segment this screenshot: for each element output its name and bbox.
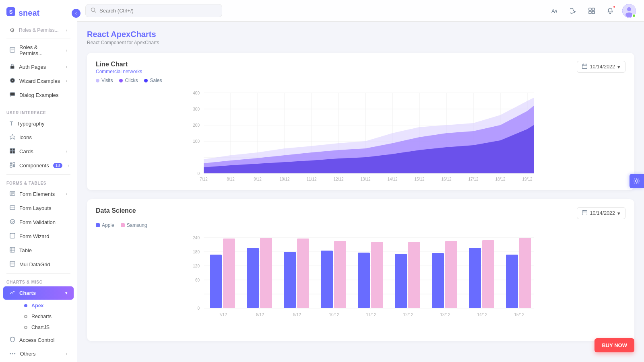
svg-text:0: 0 bbox=[197, 306, 200, 311]
legend-apple: Apple bbox=[96, 222, 114, 228]
sidebar-item-dialog[interactable]: Dialog Examples bbox=[3, 88, 74, 102]
svg-rect-12 bbox=[13, 148, 15, 151]
notification-badge bbox=[613, 5, 616, 8]
components-icon bbox=[10, 162, 15, 169]
user-avatar-wrapper[interactable] bbox=[622, 4, 636, 18]
brand-logo[interactable]: S sneat bbox=[0, 0, 77, 23]
svg-rect-39 bbox=[589, 8, 591, 10]
sidebar-item-charts[interactable]: Charts ▾ bbox=[3, 286, 74, 300]
search-box bbox=[85, 4, 222, 17]
sidebar-toggle-button[interactable]: ‹ bbox=[72, 9, 80, 18]
sidebar-item-label: Form Validation bbox=[19, 219, 56, 225]
inactive-dot bbox=[24, 315, 27, 318]
svg-text:11/12: 11/12 bbox=[366, 313, 376, 317]
svg-rect-106 bbox=[297, 239, 309, 308]
svg-text:13/12: 13/12 bbox=[440, 313, 450, 317]
sidebar-item-mui-datagrid[interactable]: Mui DataGrid bbox=[3, 258, 74, 271]
calendar-icon bbox=[582, 64, 587, 70]
sidebar-item-form-validation[interactable]: Form Validation bbox=[3, 216, 74, 229]
data-science-date-picker[interactable]: 10/14/2022 ▾ bbox=[577, 207, 625, 219]
settings-float-button[interactable] bbox=[630, 174, 644, 188]
chevron-down-icon: ▾ bbox=[65, 291, 67, 295]
apple-dot bbox=[96, 223, 100, 227]
sidebar-sub-label: Apex bbox=[31, 303, 44, 309]
divider bbox=[6, 104, 70, 104]
charts-submenu: Apex Recharts ChartJS bbox=[0, 300, 77, 333]
sidebar-item-wizard[interactable]: Wizard Examples › bbox=[3, 74, 74, 88]
lock-icon bbox=[10, 64, 15, 70]
svg-rect-114 bbox=[445, 241, 457, 308]
form-elements-icon bbox=[10, 191, 15, 197]
sidebar-item-components[interactable]: Components 18 › bbox=[3, 159, 74, 172]
grid-view-button[interactable] bbox=[585, 4, 598, 17]
svg-point-35 bbox=[91, 8, 95, 12]
line-chart-svg: 400 300 200 100 0 7/12 8/12 9/12 10/12 bbox=[96, 85, 625, 181]
sidebar: S sneat ⚙ Roles & Permiss... › Roles & P… bbox=[0, 0, 77, 362]
sidebar-item-auth-pages[interactable]: Auth Pages › bbox=[3, 60, 74, 74]
cards-icon bbox=[10, 148, 15, 155]
chevron-icon: › bbox=[68, 163, 69, 168]
sidebar-item-form-wizard[interactable]: Form Wizard bbox=[3, 230, 74, 243]
sidebar-item-form-elements[interactable]: Form Elements › bbox=[3, 187, 74, 201]
search-input[interactable] bbox=[99, 8, 217, 14]
sidebar-item-form-layouts[interactable]: Form Layouts bbox=[3, 202, 74, 215]
legend-clicks: Clicks bbox=[119, 78, 138, 83]
sidebar-item-label: Others bbox=[20, 351, 36, 357]
legend-samsung-label: Samsung bbox=[127, 222, 147, 228]
data-science-chart-card: Data Science 10/14/2022 ▾ Apple Sa bbox=[87, 199, 634, 341]
theme-toggle-button[interactable] bbox=[567, 4, 580, 17]
line-chart-date: 10/14/2022 bbox=[590, 64, 615, 70]
sidebar-item-table[interactable]: Table bbox=[3, 244, 74, 257]
sidebar-item-recharts[interactable]: Recharts bbox=[18, 311, 74, 322]
sidebar-item-typography[interactable]: T Typography bbox=[3, 117, 74, 130]
svg-text:13/12: 13/12 bbox=[360, 177, 370, 181]
icons-icon bbox=[10, 134, 15, 141]
wizard-icon bbox=[10, 78, 15, 84]
svg-line-36 bbox=[95, 11, 96, 13]
typography-icon: T bbox=[10, 120, 13, 127]
data-science-chart-header: Data Science 10/14/2022 ▾ bbox=[96, 207, 625, 219]
page-subtitle: React Component for ApexCharts bbox=[87, 40, 634, 45]
line-chart-title: Line Chart bbox=[96, 61, 142, 68]
svg-text:7/12: 7/12 bbox=[200, 177, 208, 181]
svg-text:14/12: 14/12 bbox=[387, 177, 397, 181]
brand-name: sneat bbox=[19, 8, 39, 18]
sidebar-item-label: Icons bbox=[19, 134, 32, 140]
charts-icon bbox=[10, 290, 15, 296]
sidebar-item-cards[interactable]: Cards › bbox=[3, 145, 74, 158]
svg-rect-9 bbox=[10, 93, 15, 96]
svg-text:240: 240 bbox=[193, 236, 200, 240]
svg-rect-41 bbox=[589, 11, 591, 14]
buy-now-button[interactable]: BUY NOW bbox=[594, 338, 634, 352]
svg-point-8 bbox=[12, 80, 13, 81]
svg-text:19/12: 19/12 bbox=[522, 177, 532, 181]
form-layouts-icon bbox=[10, 205, 15, 212]
chevron-icon: › bbox=[66, 65, 67, 69]
svg-rect-6 bbox=[10, 66, 14, 69]
line-chart-header: Line Chart Commercial networks 10/14/202… bbox=[96, 61, 625, 74]
legend-visits: Visits bbox=[96, 78, 113, 83]
sidebar-item-access-control[interactable]: Access Control bbox=[3, 333, 74, 347]
sidebar-item-others[interactable]: ••• Others › bbox=[3, 348, 74, 360]
divider bbox=[6, 273, 70, 274]
badge-18: 18 bbox=[53, 163, 62, 168]
svg-rect-116 bbox=[482, 240, 494, 308]
svg-text:180: 180 bbox=[193, 250, 200, 254]
chevron-down-icon: ▾ bbox=[617, 210, 620, 216]
sidebar-item-chartjs[interactable]: ChartJS bbox=[18, 322, 74, 333]
sidebar-item-pages[interactable]: Roles & Permiss... › bbox=[3, 41, 74, 60]
notifications-button[interactable] bbox=[604, 4, 617, 17]
line-chart-subtitle: Commercial networks bbox=[96, 69, 142, 74]
sidebar-item-label: Mui DataGrid bbox=[19, 261, 50, 267]
sidebar-item-icons[interactable]: Icons bbox=[3, 131, 74, 144]
line-chart-date-picker[interactable]: 10/14/2022 ▾ bbox=[577, 61, 625, 73]
sidebar-item-label: Charts bbox=[19, 290, 36, 296]
translate-button[interactable]: AA bbox=[548, 4, 561, 17]
sidebar-item-label: Table bbox=[19, 247, 32, 253]
more-icon: ••• bbox=[10, 351, 16, 357]
sidebar-item-apex[interactable]: Apex bbox=[18, 300, 74, 311]
sidebar-item-roles[interactable]: ⚙ Roles & Permiss... › bbox=[3, 24, 74, 37]
visits-dot bbox=[96, 79, 99, 82]
svg-text:16/12: 16/12 bbox=[441, 177, 451, 181]
data-science-chart-title: Data Science bbox=[96, 207, 136, 214]
